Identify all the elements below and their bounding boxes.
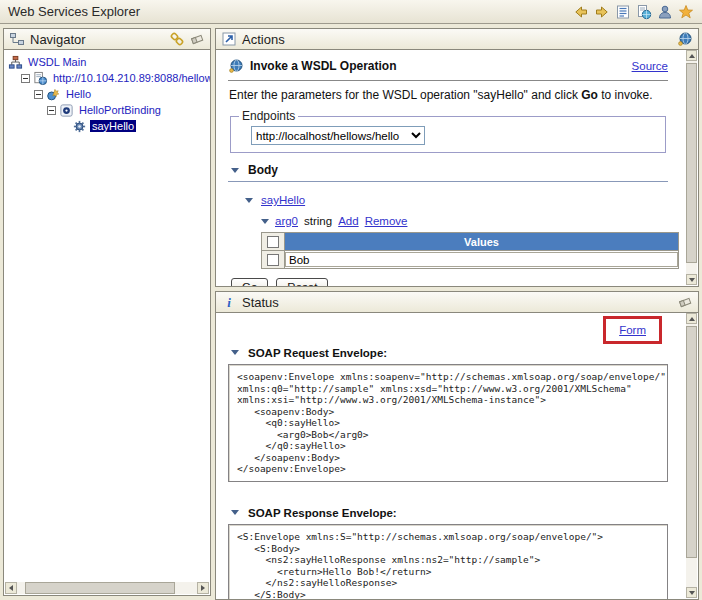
instruction-prefix: Enter the parameters for the WSDL operat… — [229, 88, 581, 102]
collapse-arrow-icon[interactable] — [231, 510, 239, 515]
actions-title: Actions — [242, 32, 285, 47]
link-icon[interactable] — [169, 31, 185, 47]
list-icon[interactable] — [615, 4, 631, 20]
info-icon: i — [221, 294, 237, 310]
divider — [228, 80, 668, 81]
scrollbar-track[interactable] — [686, 61, 697, 274]
down-arrow-icon — [689, 278, 695, 282]
table-row — [262, 251, 679, 269]
operation-icon — [72, 119, 87, 134]
tree-item-wsdl-main[interactable]: WSDL Main — [4, 54, 210, 70]
form-link-row: Form — [228, 315, 668, 343]
reset-button[interactable]: Reset — [276, 278, 328, 286]
sayhello-link[interactable]: sayHello — [261, 194, 305, 206]
navigator-horizontal-scrollbar[interactable] — [5, 582, 209, 594]
scroll-down-button[interactable] — [686, 274, 697, 285]
navigator-title: Navigator — [30, 32, 86, 47]
row-checkbox[interactable] — [267, 254, 279, 266]
header-checkbox-cell — [262, 233, 285, 251]
soap-response-envelope[interactable]: <S:Envelope xmlns:S="http://schemas.xmls… — [228, 524, 668, 599]
actions-header: Actions — [216, 29, 698, 50]
status-header: i Status — [216, 292, 698, 313]
divider — [228, 181, 668, 182]
actions-toolbar — [677, 31, 693, 47]
actions-panel: Actions Invoke a WSDL Operation Source E… — [215, 28, 699, 287]
select-all-checkbox[interactable] — [267, 236, 279, 248]
back-icon[interactable] — [573, 4, 589, 20]
instruction-text: Enter the parameters for the WSDL operat… — [229, 88, 668, 102]
remove-link[interactable]: Remove — [365, 215, 408, 227]
endpoints-legend: Endpoints — [239, 109, 298, 123]
tree-collapse-toggle[interactable] — [47, 106, 56, 115]
navigator-header: Navigator — [4, 29, 210, 50]
navigator-icon — [9, 31, 25, 47]
endpoint-select[interactable]: http://localhost/hellows/hello — [251, 126, 425, 145]
values-column-header: Values — [285, 233, 679, 251]
scroll-down-button[interactable] — [686, 587, 697, 598]
add-link[interactable]: Add — [338, 215, 358, 227]
invoke-operation-icon — [228, 58, 244, 74]
tree-item-helloportbinding[interactable]: HelloPortBinding — [4, 102, 210, 118]
scrollbar-thumb[interactable] — [686, 326, 697, 558]
scrollbar-track[interactable] — [686, 324, 697, 587]
row-checkbox-cell — [262, 251, 285, 269]
collapse-arrow-icon[interactable] — [231, 350, 239, 355]
instruction-go: Go — [581, 88, 598, 102]
window-header: Web Services Explorer — [0, 0, 702, 24]
tree-collapse-toggle[interactable] — [34, 90, 43, 99]
app-title: Web Services Explorer — [0, 4, 140, 19]
scrollbar-thumb[interactable] — [25, 582, 175, 594]
scrollbar-track[interactable] — [17, 582, 197, 594]
scroll-up-button[interactable] — [686, 313, 697, 324]
svg-text:i: i — [227, 295, 231, 310]
endpoints-fieldset: Endpoints http://localhost/hellows/hello — [230, 109, 666, 153]
tree-item-sayhello[interactable]: sayHello — [4, 118, 210, 134]
document-globe-icon[interactable] — [636, 4, 652, 20]
scrollbar-thumb[interactable] — [686, 63, 697, 263]
person-search-icon[interactable] — [657, 4, 673, 20]
eraser-icon[interactable] — [189, 31, 205, 47]
tree-collapse-toggle[interactable] — [21, 74, 30, 83]
binding-icon — [59, 103, 74, 118]
status-body: Form SOAP Request Envelope: <soapenv:Env… — [216, 313, 686, 599]
table-header-row: Values — [262, 233, 679, 251]
tree-item-label: http://10.104.210.89:8088/hellows/hello?… — [51, 72, 210, 84]
values-table: Values — [261, 232, 679, 269]
collapse-arrow-icon[interactable] — [245, 198, 253, 203]
body-section-label: Body — [248, 163, 278, 177]
instruction-suffix: to invoke. — [598, 88, 653, 102]
form-link[interactable]: Form — [619, 324, 646, 336]
tree-item-label: Hello — [64, 88, 93, 100]
tree-item-hello[interactable]: Hello — [4, 86, 210, 102]
soap-response-label: SOAP Response Envelope: — [248, 507, 397, 519]
service-icon — [46, 87, 61, 102]
arg0-link[interactable]: arg0 — [275, 215, 298, 227]
up-arrow-icon — [689, 317, 695, 321]
go-button[interactable]: Go — [231, 278, 268, 286]
status-title: Status — [242, 295, 279, 310]
value-cell — [285, 251, 679, 269]
wsdl-url-icon — [33, 71, 48, 86]
down-arrow-icon — [689, 591, 695, 595]
soap-request-envelope[interactable]: <soapenv:Envelope xmlns:soapenv="http://… — [228, 364, 668, 482]
scroll-right-button[interactable] — [197, 582, 209, 594]
eraser-icon[interactable] — [677, 294, 693, 310]
right-arrow-icon — [201, 585, 205, 591]
left-arrow-icon — [9, 585, 13, 591]
tree-item-http-10-104-210-89-8088-hellows-hello-ws[interactable]: http://10.104.210.89:8088/hellows/hello?… — [4, 70, 210, 86]
collapse-arrow-icon[interactable] — [231, 168, 239, 173]
wsdl-tree: WSDL Mainhttp://10.104.210.89:8088/hello… — [4, 50, 210, 582]
forward-icon[interactable] — [594, 4, 610, 20]
scroll-left-button[interactable] — [5, 582, 17, 594]
actions-vertical-scrollbar[interactable] — [686, 50, 697, 285]
navigator-toolbar — [169, 31, 205, 47]
status-vertical-scrollbar[interactable] — [686, 313, 697, 598]
collapse-arrow-icon[interactable] — [261, 219, 269, 224]
favorites-star-icon[interactable] — [678, 4, 694, 20]
source-link[interactable]: Source — [632, 60, 668, 72]
invoke-icon[interactable] — [677, 31, 693, 47]
arg0-value-input[interactable] — [285, 252, 678, 267]
header-toolbar — [573, 4, 702, 20]
scroll-up-button[interactable] — [686, 50, 697, 61]
status-toolbar — [677, 294, 693, 310]
